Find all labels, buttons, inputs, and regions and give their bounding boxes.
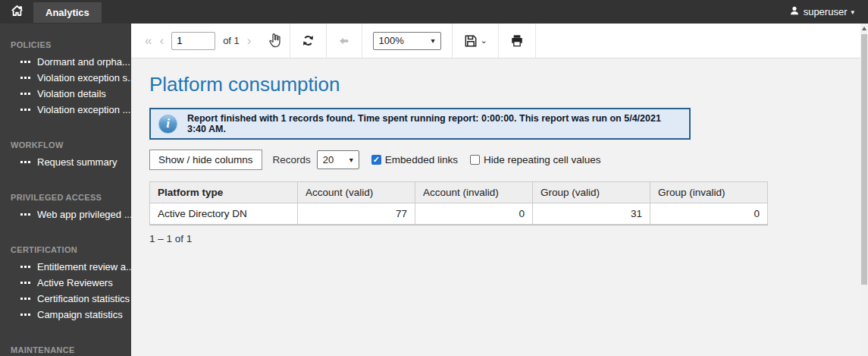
sidebar-item-label: Certification statistics [37, 293, 130, 304]
refresh-icon [301, 33, 315, 48]
tab-analytics[interactable]: Analytics [33, 2, 102, 23]
column-header-group-invalid[interactable]: Group (invalid) [650, 182, 768, 203]
cell-platform-type: Active Directory DN [150, 203, 298, 225]
report-icon [20, 313, 30, 316]
pagination-group: « ‹ of 1 › [134, 24, 290, 58]
sidebar-item-violation-exception-s[interactable]: Violation exception s... [0, 70, 131, 86]
sidebar-item-violation-exception[interactable]: Violation exception ... [0, 102, 131, 118]
checkbox-unchecked-icon [470, 155, 480, 165]
refresh-button[interactable] [301, 33, 315, 48]
nav-section-title: MAINTENANCE [0, 336, 131, 356]
sidebar-item-label: Dormant and orpha... [37, 56, 130, 68]
nav-section-workflow: WORKFLOW Request summary [0, 131, 131, 170]
export-group: ⌄ [453, 24, 499, 58]
records-per-page-select[interactable]: 20 ▾ [317, 150, 359, 169]
pagination-summary: 1 – 1 of 1 [149, 233, 860, 244]
cell-group-valid: 31 [533, 203, 650, 225]
table-header-row: Platform type Account (valid) Account (i… [150, 182, 768, 203]
report-icon [20, 109, 30, 111]
sidebar-item-label: Violation exception s... [37, 72, 131, 83]
home-button[interactable] [0, 0, 33, 24]
report-status-banner: i Report finished with 1 records found. … [149, 108, 691, 140]
report-icon [20, 266, 30, 268]
embedded-links-checkbox[interactable]: ✓ Embedded links [371, 154, 458, 165]
report-content: Platform consumption i Report finished w… [131, 58, 860, 244]
sidebar-item-violation-details[interactable]: Violation details [0, 86, 131, 102]
sidebar-nav: POLICIES Dormant and orpha... Violation … [0, 24, 131, 356]
user-caret-icon: ▾ [851, 8, 854, 16]
column-header-group-valid[interactable]: Group (valid) [533, 182, 650, 203]
report-icon [20, 61, 30, 63]
chevron-down-icon: ⌄ [481, 36, 487, 46]
save-export-button[interactable]: ⌄ [463, 33, 487, 49]
refresh-group [290, 24, 327, 58]
zoom-group: 100% ▾ [362, 24, 453, 58]
records-per-page-value: 20 [323, 154, 334, 165]
report-icon [20, 77, 30, 79]
sidebar-item-label: Active Reviewers [37, 277, 113, 288]
sidebar-item-dormant-and-orphaned[interactable]: Dormant and orpha... [0, 54, 131, 70]
sidebar-item-entitlement-review[interactable]: Entitlement review a... [0, 259, 131, 275]
sidebar-item-label: Violation exception ... [37, 104, 130, 115]
nav-section-maintenance: MAINTENANCE Platform consumpt... [0, 336, 131, 356]
sidebar-item-web-app-privileged[interactable]: Web app privileged ... [0, 206, 131, 222]
report-controls: Show / hide columns Records 20 ▾ ✓ Embed… [149, 150, 860, 170]
cell-account-valid: 77 [298, 203, 415, 225]
back-button[interactable] [337, 35, 351, 47]
column-header-platform-type[interactable]: Platform type [150, 182, 298, 203]
print-button[interactable] [509, 33, 525, 48]
save-icon [463, 33, 478, 49]
nav-section-policies: POLICIES Dormant and orpha... Violation … [0, 31, 131, 118]
print-group [499, 24, 536, 58]
report-icon [20, 282, 30, 284]
page-count-label: of 1 [223, 35, 240, 46]
scrollbar-thumb[interactable] [861, 34, 867, 285]
column-header-account-invalid[interactable]: Account (invalid) [415, 182, 533, 203]
hide-repeating-label: Hide repeating cell values [484, 154, 601, 165]
sidebar-item-label: Web app privileged ... [37, 209, 131, 220]
column-header-account-valid[interactable]: Account (valid) [298, 182, 415, 203]
sidebar-item-request-summary[interactable]: Request summary [0, 154, 131, 170]
nav-section-certification: CERTIFICATION Entitlement review a... Ac… [0, 236, 131, 323]
chevron-down-icon: ▾ [431, 36, 434, 45]
embedded-links-label: Embedded links [385, 154, 458, 165]
sidebar-item-label: Request summary [37, 156, 117, 168]
sidebar-item-label: Entitlement review a... [37, 261, 131, 273]
print-icon [509, 33, 525, 48]
first-page-button[interactable]: « [145, 34, 152, 47]
back-group [327, 24, 362, 58]
sidebar-item-active-reviewers[interactable]: Active Reviewers [0, 275, 131, 291]
prev-page-button[interactable]: ‹ [159, 34, 164, 47]
chevron-down-icon: ▾ [349, 156, 353, 164]
scroll-up-button[interactable] [860, 24, 868, 33]
report-icon [20, 161, 30, 163]
page-number-input[interactable] [171, 32, 215, 50]
sidebar-item-certification-statistics[interactable]: Certification statistics [0, 291, 131, 307]
user-icon [789, 5, 800, 18]
page-title: Platform consumption [149, 73, 860, 96]
nav-section-title: WORKFLOW [0, 131, 131, 154]
records-label: Records [273, 154, 311, 165]
vertical-scrollbar[interactable] [860, 24, 868, 356]
zoom-level-value: 100% [379, 35, 404, 46]
show-hide-columns-button[interactable]: Show / hide columns [149, 150, 262, 170]
top-bar: Analytics superuser ▾ [0, 0, 868, 24]
table-row: Active Directory DN 77 0 31 0 [150, 203, 768, 225]
user-menu[interactable]: superuser ▾ [789, 5, 854, 18]
nav-section-title: PRIVILEGED ACCESS [0, 184, 131, 206]
next-page-button[interactable]: › [247, 34, 252, 47]
tab-analytics-label: Analytics [45, 7, 89, 18]
cell-account-invalid: 0 [415, 203, 533, 225]
zoom-level-select[interactable]: 100% ▾ [373, 32, 441, 50]
report-icon [20, 298, 30, 300]
user-name: superuser [804, 6, 848, 17]
report-icon [20, 213, 30, 216]
home-icon [10, 4, 24, 20]
back-arrow-icon [337, 35, 351, 47]
sidebar-item-campaign-statistics[interactable]: Campaign statistics [0, 307, 131, 323]
hide-repeating-checkbox[interactable]: Hide repeating cell values [470, 154, 601, 165]
scroll-up-icon [862, 27, 866, 30]
cell-group-invalid: 0 [650, 203, 768, 225]
info-icon: i [158, 115, 177, 134]
sidebar-item-label: Violation details [37, 88, 106, 99]
